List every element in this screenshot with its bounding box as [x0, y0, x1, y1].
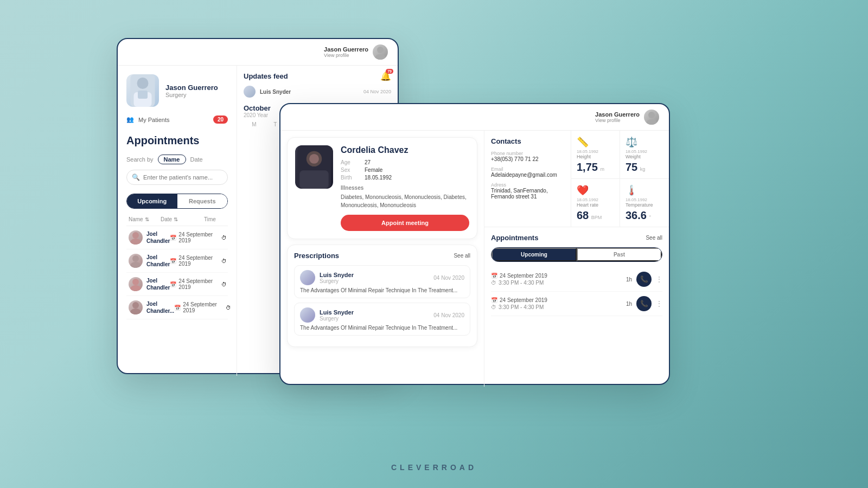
updates-header: Updates feed 🔔 79	[244, 71, 391, 81]
appointment-info: 📅 24 September 2019 ⏱ 3:30 PM - 4:30 PM	[491, 273, 622, 286]
appt-call-button[interactable]: 📞	[636, 272, 652, 287]
updates-item: Luis Snyder 04 Nov 2020	[244, 86, 391, 98]
svg-point-10	[132, 279, 139, 285]
weight-unit: kg	[640, 166, 646, 172]
appt-call-button[interactable]: 📞	[636, 296, 652, 311]
temperature-value: 36.6	[626, 209, 647, 221]
tab-upcoming[interactable]: Upcoming	[127, 194, 177, 208]
front-card-body: Cordelia Chavez Age 27 Sex Female Birth …	[280, 131, 669, 387]
table-row[interactable]: JoelChandler 📅 24 September 2019 ⏱	[126, 249, 228, 273]
clock-icon: ⏱	[491, 304, 496, 310]
search-by-date-option[interactable]: Date	[190, 156, 203, 163]
calendar-icon: 📅	[491, 273, 497, 279]
doctor-name-block: Jason Guerrero Surgery	[165, 84, 218, 98]
my-patients-label: My Patients	[138, 117, 169, 123]
heartrate-value: 68	[577, 209, 589, 221]
prescriptions-see-all[interactable]: See all	[454, 253, 470, 259]
front-header-user: Jason Guerrero View profile	[595, 110, 659, 125]
heartrate-unit: BPM	[591, 215, 602, 220]
back-header-username: Jason Guerrero	[324, 46, 368, 53]
temperature-date: 18.05.1992	[626, 197, 663, 202]
patient-full-name: Cordelia Chavez	[341, 145, 469, 155]
appts-tab-upcoming[interactable]: Upcoming	[492, 248, 577, 261]
presc-avatar	[300, 270, 315, 285]
patient-name-cell: JoelChandler	[129, 254, 170, 268]
appt-date: 📅 24 September 2019	[491, 273, 622, 279]
front-header-viewprofile[interactable]: View profile	[595, 118, 640, 123]
appts-tab-past[interactable]: Past	[577, 248, 662, 261]
phone-label: Phone number	[491, 151, 564, 156]
phone-icon: 📞	[640, 275, 648, 283]
front-right-column: Contacts Phone number +38(053) 770 71 22…	[484, 131, 669, 387]
tab-requests[interactable]: Requests	[177, 194, 228, 208]
patient-photo-icon	[295, 145, 333, 189]
my-patients-button[interactable]: 👥 My Patients 20	[126, 115, 228, 124]
appointments-title: Appointments	[126, 134, 228, 147]
phone-item: Phone number +38(053) 770 71 22	[491, 151, 564, 162]
patients-count-badge: 20	[213, 115, 228, 124]
table-row[interactable]: JoelChandler 📅 24 September 2019 ⏱	[126, 226, 228, 249]
temperature-value-row: 36.6 °	[626, 210, 663, 221]
presc-avatar	[300, 307, 315, 323]
email-label: Email	[491, 166, 564, 172]
back-header-user: Jason Guerrero View profile	[324, 44, 388, 60]
patient-time: ⏱	[213, 235, 235, 241]
front-header-username: Jason Guerrero	[595, 111, 640, 118]
presc-header: Luis Snyder Surgery 04 Nov 2020	[300, 270, 464, 285]
cal-day-m: M	[244, 121, 265, 127]
appt-more-button[interactable]: ⋮	[656, 300, 662, 307]
back-header-avatar	[373, 44, 388, 60]
svg-point-9	[130, 262, 141, 268]
age-label: Age	[341, 159, 360, 165]
back-header-viewprofile[interactable]: View profile	[324, 53, 368, 58]
contacts-vitals-area: Contacts Phone number +38(053) 770 71 22…	[484, 131, 669, 227]
patient-name-cell: JoelChandler	[129, 230, 170, 245]
phone-icon: 📞	[640, 300, 648, 307]
brand-label: CLEVERROAD	[391, 463, 477, 472]
sex-label: Sex	[341, 167, 360, 173]
heartrate-label: Heart rate	[577, 202, 614, 208]
appointment-info: 📅 24 September 2019 ⏱ 3:30 PM - 4:30 PM	[491, 297, 622, 310]
appointments-tabs: Upcoming Requests	[126, 194, 228, 209]
appointments-see-all[interactable]: See all	[646, 235, 662, 241]
illnesses-label: Illnesses	[341, 185, 469, 191]
patient-birth-row: Birth 18.05.1992	[341, 175, 469, 181]
notification-icon[interactable]: 🔔 79	[380, 71, 391, 81]
address-item: Adress Trinidad, SanFernando, Fernando s…	[491, 182, 564, 200]
col-date: Date ⇅	[161, 216, 204, 222]
svg-point-8	[132, 255, 139, 262]
patient-date: 📅 24 September 2019	[170, 278, 213, 290]
thermometer-icon: 🌡️	[626, 184, 663, 196]
height-value: 1,75	[577, 161, 598, 173]
appointments-section: Appointments See all Upcoming Past 📅 24 …	[484, 227, 669, 387]
svg-point-13	[130, 309, 141, 314]
updates-title: Updates feed	[244, 72, 288, 80]
illnesses-section: Illnesses Diabetes, Mononucleosis, Monon…	[341, 185, 469, 209]
search-icon: 🔍	[132, 174, 140, 181]
table-row[interactable]: JoelChandler 📅 24 September 2019 ⏱	[126, 273, 228, 296]
appt-duration: 1h	[626, 277, 632, 282]
calendar-month-year: October 2020 Year	[244, 104, 271, 118]
appt-time: ⏱ 3:30 PM - 4:30 PM	[491, 280, 622, 286]
patient-date: 📅 24 September 2019	[170, 232, 213, 243]
sex-value: Female	[365, 167, 382, 173]
svg-rect-5	[138, 91, 148, 99]
doctor-avatar-icon	[373, 44, 388, 60]
prescription-item: Luis Snyder Surgery 04 Nov 2020 The Adva…	[294, 265, 470, 298]
table-row[interactable]: JoelChandler... 📅 24 September 2019 ⏱	[126, 296, 228, 319]
table-header: Name ⇅ Date ⇅ Time	[126, 216, 228, 226]
search-by-name-option[interactable]: Name	[158, 155, 186, 164]
search-by-label: Search by	[126, 156, 154, 163]
height-value-row: 1,75 m	[577, 162, 614, 173]
weight-icon: ⚖️	[626, 136, 663, 148]
col-name: Name ⇅	[129, 216, 161, 222]
appoint-meeting-button[interactable]: Appoint meeting	[341, 215, 469, 231]
svg-point-12	[132, 302, 139, 309]
patient-search-input[interactable]	[126, 170, 228, 185]
height-label: Height	[577, 154, 614, 159]
calendar-icon: 📅	[491, 297, 497, 303]
patient-mini-avatar	[129, 277, 143, 291]
vitals-grid: 📏 18.05.1992 Height 1,75 m ⚖️ 18.05.1992	[571, 131, 669, 227]
temperature-label: Temperature	[626, 202, 663, 208]
appt-more-button[interactable]: ⋮	[656, 275, 662, 283]
